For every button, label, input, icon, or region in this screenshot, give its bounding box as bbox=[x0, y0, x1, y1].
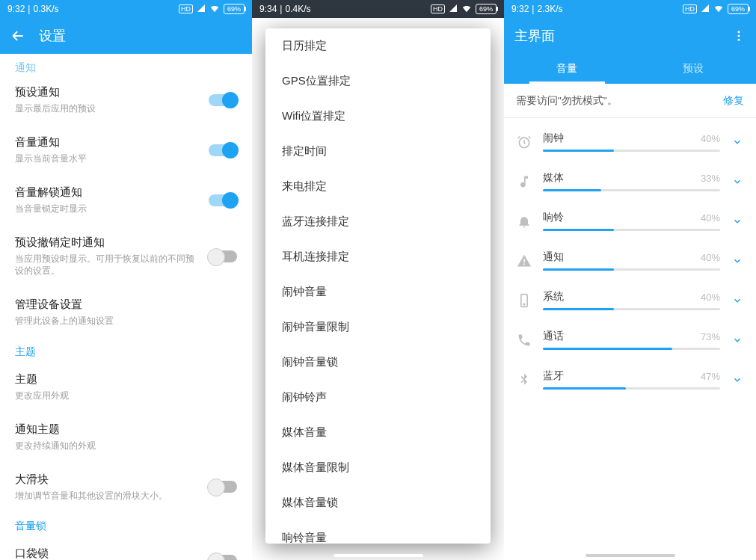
volume-slider[interactable] bbox=[543, 308, 720, 310]
setting-row[interactable]: 口袋锁当屏幕关闭时锁定 音量 bbox=[0, 536, 252, 560]
setting-subtitle: 当音量锁定时显示 bbox=[15, 203, 200, 215]
dropdown-item[interactable]: 闹钟音量锁 bbox=[265, 345, 491, 380]
setting-row[interactable]: 主题更改应用外观 bbox=[0, 362, 252, 412]
setting-subtitle: 管理此设备上的通知设置 bbox=[15, 315, 237, 327]
setting-title: 口袋锁 bbox=[15, 547, 200, 560]
status-bar: 9:32 | 0.3K/s HD 69% bbox=[0, 0, 252, 18]
setting-subtitle: 更改应用外观 bbox=[15, 390, 237, 401]
wifi-icon bbox=[461, 3, 472, 16]
tab-volume[interactable]: 音量 bbox=[504, 54, 630, 84]
dropdown-list[interactable]: 日历排定GPS位置排定Wifi位置排定排定时间来电排定蓝牙连接排定耳机连接排定闹… bbox=[265, 28, 491, 544]
dropdown-screen: 9:34 | 0.4K/s HD 69% 通知 日历排定GPS位置排定Wifi位… bbox=[252, 0, 504, 560]
chevron-down-icon[interactable] bbox=[731, 137, 744, 147]
chevron-down-icon[interactable] bbox=[731, 216, 744, 227]
svg-point-0 bbox=[738, 31, 740, 33]
more-icon[interactable] bbox=[732, 29, 746, 43]
permission-notice: 需要访问"勿扰模式"。 修复 bbox=[504, 84, 756, 118]
volume-row: 闹钟40% bbox=[504, 126, 756, 165]
dropdown-item[interactable]: 闹钟音量限制 bbox=[265, 310, 491, 345]
setting-row[interactable]: 预设撤销定时通知当应用预设时显示。可用于恢复以前的不同预设的设置。 bbox=[0, 225, 252, 287]
section-header-volume-lock: 音量锁 bbox=[0, 512, 252, 536]
setting-row[interactable]: 大滑块增加调节音量和其他设置的滑块大小。 bbox=[0, 462, 252, 512]
setting-title: 管理设备设置 bbox=[15, 298, 237, 312]
bt-icon bbox=[516, 372, 532, 387]
volume-percent: 40% bbox=[701, 133, 720, 144]
hd-icon: HD bbox=[683, 4, 697, 13]
main-screen: 9:32 | 2.3K/s HD 69% 主界面 音量 预设 需要访问"勿扰模式… bbox=[504, 0, 756, 560]
tab-bar: 音量 预设 bbox=[504, 54, 756, 84]
setting-row[interactable]: 预设通知显示最后应用的预设 bbox=[0, 75, 252, 125]
setting-row[interactable]: 管理设备设置管理此设备上的通知设置 bbox=[0, 287, 252, 337]
chevron-down-icon[interactable] bbox=[731, 176, 744, 187]
dropdown-item[interactable]: 媒体音量限制 bbox=[265, 450, 491, 485]
setting-subtitle: 更改持续通知的外观 bbox=[15, 440, 237, 452]
volume-list[interactable]: 闹钟40%媒体33%响铃40%通知40%系统40%通话73%蓝牙47% bbox=[504, 118, 756, 560]
tab-preset[interactable]: 预设 bbox=[630, 54, 757, 84]
dropdown-sheet: 日历排定GPS位置排定Wifi位置排定排定时间来电排定蓝牙连接排定耳机连接排定闹… bbox=[265, 28, 491, 544]
volume-slider[interactable] bbox=[543, 229, 720, 231]
dropdown-item[interactable]: 闹钟铃声 bbox=[265, 380, 491, 415]
app-bar: 设置 bbox=[0, 18, 252, 54]
chevron-down-icon[interactable] bbox=[731, 375, 744, 385]
setting-row[interactable]: 音量通知显示当前音量水平 bbox=[0, 125, 252, 175]
music-icon bbox=[516, 174, 532, 189]
volume-slider[interactable] bbox=[543, 348, 720, 350]
signal-icon bbox=[701, 4, 710, 15]
dropdown-item[interactable]: 闹钟音量 bbox=[265, 274, 491, 310]
dropdown-item[interactable]: 媒体音量 bbox=[265, 415, 491, 450]
setting-subtitle: 当应用预设时显示。可用于恢复以前的不同预设的设置。 bbox=[15, 253, 200, 277]
page-title: 主界面 bbox=[514, 27, 719, 45]
status-net-speed: 0.4K/s bbox=[285, 4, 310, 14]
setting-row[interactable]: 音量解锁通知当音量锁定时显示 bbox=[0, 175, 252, 225]
dropdown-item[interactable]: 来电排定 bbox=[265, 169, 491, 204]
volume-percent: 40% bbox=[701, 212, 720, 224]
dropdown-item[interactable]: 响铃音量 bbox=[265, 520, 491, 544]
setting-subtitle: 显示当前音量水平 bbox=[15, 153, 200, 164]
volume-label: 响铃 bbox=[543, 211, 564, 224]
volume-slider[interactable] bbox=[543, 150, 720, 152]
dropdown-item[interactable]: 耳机连接排定 bbox=[265, 239, 491, 274]
volume-percent: 47% bbox=[701, 371, 720, 382]
dropdown-item[interactable]: 蓝牙连接排定 bbox=[265, 204, 491, 239]
phone-icon bbox=[516, 293, 532, 308]
back-icon[interactable] bbox=[10, 28, 25, 43]
volume-row: 通知40% bbox=[504, 244, 756, 284]
volume-row: 系统40% bbox=[504, 284, 756, 324]
volume-label: 系统 bbox=[543, 290, 564, 304]
volume-label: 通知 bbox=[543, 250, 564, 264]
volume-label: 媒体 bbox=[543, 171, 564, 185]
setting-title: 音量解锁通知 bbox=[15, 185, 200, 200]
toggle-switch[interactable] bbox=[209, 250, 237, 262]
chevron-down-icon[interactable] bbox=[731, 256, 744, 266]
volume-slider[interactable] bbox=[543, 387, 720, 390]
dropdown-item[interactable]: Wifi位置排定 bbox=[265, 99, 491, 134]
setting-title: 主题 bbox=[15, 372, 237, 387]
svg-point-2 bbox=[738, 39, 740, 41]
wifi-icon bbox=[713, 3, 724, 16]
status-time: 9:32 bbox=[7, 4, 25, 14]
toggle-switch[interactable] bbox=[209, 481, 237, 493]
hd-icon: HD bbox=[179, 4, 193, 13]
nav-handle[interactable] bbox=[334, 554, 423, 557]
nav-handle[interactable] bbox=[586, 554, 675, 557]
chevron-down-icon[interactable] bbox=[731, 295, 744, 306]
toggle-switch[interactable] bbox=[209, 555, 237, 560]
alarm-icon bbox=[516, 135, 532, 150]
dropdown-item[interactable]: 媒体音量锁 bbox=[265, 485, 491, 520]
setting-row[interactable]: 通知主题更改持续通知的外观 bbox=[0, 412, 252, 462]
setting-title: 预设通知 bbox=[15, 85, 200, 99]
dropdown-item[interactable]: 排定时间 bbox=[265, 134, 491, 169]
toggle-switch[interactable] bbox=[209, 194, 237, 206]
fix-button[interactable]: 修复 bbox=[723, 94, 744, 108]
settings-list[interactable]: 通知 预设通知显示最后应用的预设音量通知显示当前音量水平音量解锁通知当音量锁定时… bbox=[0, 54, 252, 560]
dropdown-item[interactable]: GPS位置排定 bbox=[265, 64, 491, 99]
volume-slider[interactable] bbox=[543, 268, 720, 271]
dropdown-item[interactable]: 日历排定 bbox=[265, 28, 491, 64]
volume-slider[interactable] bbox=[543, 189, 720, 191]
setting-title: 预设撤销定时通知 bbox=[15, 236, 200, 250]
chevron-down-icon[interactable] bbox=[731, 335, 744, 345]
status-bar: 9:32 | 2.3K/s HD 69% bbox=[504, 0, 756, 18]
toggle-switch[interactable] bbox=[209, 94, 237, 106]
page-title: 设置 bbox=[39, 27, 242, 45]
toggle-switch[interactable] bbox=[209, 144, 237, 156]
